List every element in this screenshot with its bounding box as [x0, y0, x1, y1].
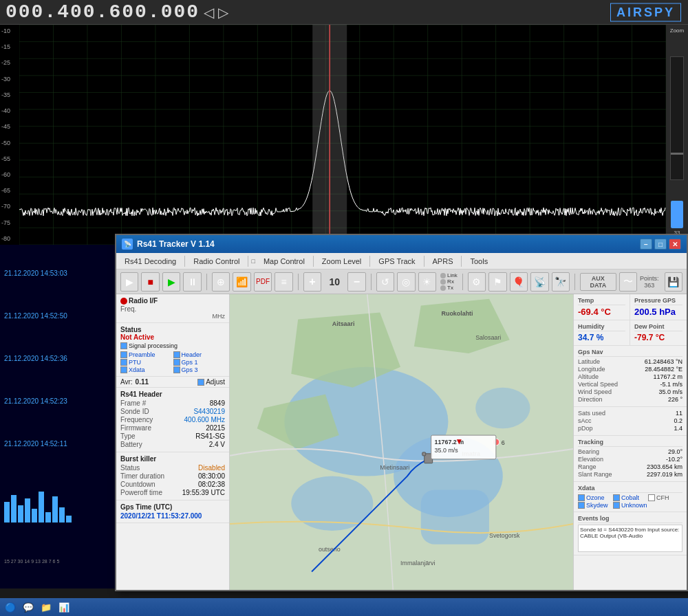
- time-entry-4: 21.12.2020 14:52:23: [4, 397, 111, 405]
- window-controls[interactable]: − □ ✕: [640, 239, 681, 250]
- taskbar-icon-1[interactable]: 🔵: [3, 600, 18, 615]
- toolbar: ▶ ■ ▶ ⏸ ⊕ 📶 PDF ≡ + 10 − ↺ ◎ ☀ Link Rx T…: [116, 270, 687, 294]
- events-log-section: Events log Sonde Id = S4430220 from Inpu…: [574, 512, 687, 556]
- menu-tools[interactable]: Tools: [464, 256, 493, 267]
- firmware-label: Firrmware: [120, 424, 151, 432]
- svg-text:Svetogorsk: Svetogorsk: [489, 532, 520, 539]
- gps1-cb[interactable]: [173, 359, 180, 366]
- menu-gps-track[interactable]: GPS Track: [373, 256, 420, 267]
- pressure-value: 200.5 hPa: [634, 307, 682, 317]
- rs41-header-section: Rs41 Header Frame # 8849 Sonde ID S44302…: [116, 388, 229, 452]
- preamble-cb[interactable]: [120, 351, 127, 358]
- save-button[interactable]: 💾: [665, 272, 682, 292]
- minimize-button[interactable]: −: [640, 239, 652, 250]
- cobalt-cb[interactable]: [613, 494, 620, 501]
- map-center-button[interactable]: ⊕: [212, 272, 230, 292]
- ptu-cb[interactable]: [120, 359, 127, 366]
- cfh-cb[interactable]: [648, 494, 655, 501]
- taskbar: 🔵 💬 📁 📊: [0, 598, 688, 616]
- zoom-slider[interactable]: [670, 56, 684, 180]
- svg-rect-5: [421, 490, 489, 544]
- tracking-title: Tracking: [578, 439, 682, 447]
- close-button[interactable]: ✕: [669, 239, 681, 250]
- taskbar-icon-3[interactable]: 📁: [39, 600, 54, 615]
- range-label: Range: [578, 463, 596, 470]
- ptu-label: PTU: [129, 359, 141, 366]
- signal-processing-cb[interactable]: [120, 342, 127, 349]
- freq-label: Freq.: [120, 305, 225, 313]
- spectrum-canvas: [19, 25, 666, 245]
- play-button[interactable]: ▶: [120, 272, 138, 292]
- skydew-cb[interactable]: [578, 502, 585, 509]
- sacc-value: 0.2: [674, 417, 682, 424]
- record-button[interactable]: ▶: [162, 272, 180, 292]
- taskbar-icon-2[interactable]: 💬: [21, 600, 36, 615]
- pause-button[interactable]: ⏸: [183, 272, 201, 292]
- header-label: Header: [182, 351, 202, 358]
- cobalt-item: Cobalt: [613, 494, 647, 501]
- gps-nav-title: Gps Nav: [578, 349, 682, 357]
- radio-indicator: [120, 298, 127, 305]
- target-button[interactable]: ◎: [397, 272, 415, 292]
- taskbar-icon-4[interactable]: 📊: [56, 600, 72, 615]
- maximize-button[interactable]: □: [654, 239, 667, 250]
- pdf-button[interactable]: PDF: [254, 272, 272, 292]
- sun-button[interactable]: ☀: [418, 272, 436, 292]
- gps-nav-section: Gps Nav Latitude 61.248463 °N Longitude …: [574, 346, 687, 407]
- time-entry-5: 21.12.2020 14:52:11: [4, 440, 111, 448]
- adjust-cb[interactable]: [197, 379, 204, 386]
- header-cb[interactable]: [173, 351, 180, 358]
- svg-point-4: [475, 388, 530, 429]
- toolbar-sep-1: [206, 274, 207, 290]
- refresh-button[interactable]: ↺: [376, 272, 394, 292]
- link-label: Link: [447, 272, 458, 278]
- flag-button[interactable]: ⚑: [488, 272, 506, 292]
- menu-zoom-level[interactable]: Zoom Level: [316, 256, 367, 267]
- menu-sep-6: [461, 256, 462, 267]
- gear-button[interactable]: ⚙: [468, 272, 486, 292]
- lon-value: 28.454882 °E: [645, 366, 682, 373]
- left-times-panel: 21.12.2020 14:53:03 21.12.2020 14:52:50 …: [0, 245, 115, 588]
- cfh-label: CFH: [656, 494, 669, 501]
- xdata-cb[interactable]: [120, 366, 127, 373]
- contrast-thumb[interactable]: [671, 201, 683, 228]
- map-svg: 6 Aitsaari Ruokolahti Salosaari Mietinsa…: [230, 294, 573, 590]
- sats-used-value: 11: [676, 410, 682, 417]
- menu-rs41-decoding[interactable]: Rs41 Decoding: [119, 256, 182, 267]
- zoom-plus-button[interactable]: +: [303, 272, 321, 292]
- waveform-button[interactable]: 〜: [619, 272, 637, 292]
- bird-button[interactable]: 🔭: [552, 272, 570, 292]
- menu-radio-control[interactable]: Radio Control: [188, 256, 245, 267]
- zoom-minus-button[interactable]: −: [347, 272, 365, 292]
- menu-map-control[interactable]: Map Control: [258, 256, 310, 267]
- balloon-button[interactable]: 🎈: [510, 272, 528, 292]
- aux-data-label[interactable]: AUX DATA: [580, 273, 616, 291]
- vspeed-value: -5.1 m/s: [660, 381, 682, 388]
- toolbar-sep-4: [462, 274, 463, 290]
- svg-text:Ruokolahti: Ruokolahti: [442, 310, 473, 317]
- antenna-button[interactable]: 📡: [530, 272, 548, 292]
- sats-section: Sats used 11 sAcc 0.2 pDop 1.4: [574, 407, 687, 436]
- ozone-label: Ozone: [586, 494, 605, 501]
- map-area[interactable]: 6 Aitsaari Ruokolahti Salosaari Mietinsa…: [230, 294, 573, 590]
- gps-time-value: 2020/12/21 T11:53:27.000: [120, 512, 225, 520]
- unknown-cb[interactable]: [613, 502, 620, 509]
- wifi-button[interactable]: 📶: [233, 272, 250, 292]
- svg-text:Mietinsaari: Mietinsaari: [380, 464, 409, 471]
- skydew-item: Skydew: [578, 502, 612, 509]
- freq-nav-arrows[interactable]: ◁ ▷: [204, 4, 228, 21]
- menu-sep-4: [369, 256, 370, 267]
- stop-button[interactable]: ■: [141, 272, 159, 292]
- menu-aprs[interactable]: APRS: [427, 256, 459, 267]
- gps3-cb[interactable]: [173, 366, 180, 373]
- bk-countdown-label: Countdown: [120, 481, 155, 488]
- ozone-cb[interactable]: [578, 494, 585, 501]
- layers-button[interactable]: ≡: [275, 272, 292, 292]
- time-entry-1: 21.12.2020 14:53:03: [4, 270, 111, 277]
- dewpoint-section: Dew Point -79.7 °C: [630, 320, 687, 345]
- points-value: 363: [640, 282, 659, 289]
- lat-value: 61.248463 °N: [645, 358, 682, 365]
- type-value: RS41-SG: [195, 432, 225, 440]
- svg-text:Salosaari: Salosaari: [475, 334, 501, 341]
- svg-text:Immalanjärvi: Immalanjärvi: [400, 560, 436, 566]
